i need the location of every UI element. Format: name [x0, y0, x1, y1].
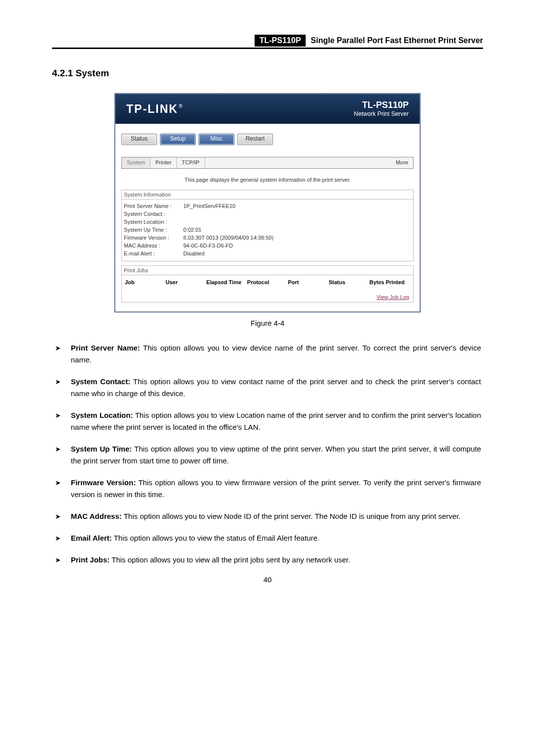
info-label: MAC Address :: [124, 242, 183, 250]
col-protocol: Protocol: [247, 279, 288, 285]
header-model: TL-PS110P: [255, 35, 306, 47]
bullet-body: This option allows you to view Node ID o…: [122, 512, 461, 520]
info-label: System Contact :: [124, 210, 183, 218]
system-info-title: System Information: [122, 190, 413, 200]
print-jobs-box: Print Jobs Job User Elapsed Time Protoco…: [121, 265, 414, 302]
bullet-head: MAC Address:: [71, 512, 122, 520]
bullet-head: System Contact:: [71, 377, 130, 386]
tab-setup[interactable]: Setup: [160, 134, 196, 145]
col-port: Port: [288, 279, 328, 285]
bullet-head: System Location:: [71, 411, 133, 419]
print-jobs-title: Print Jobs: [122, 266, 413, 275]
info-value: 94-0C-6D-F3-D6-FD: [183, 242, 411, 250]
system-info-box: System Information Print Server Name :1P…: [121, 190, 414, 261]
info-value: [183, 218, 411, 226]
sub-tab-bar: System Printer TCP/IP More: [121, 157, 414, 169]
bullet-item: System Location: This option allows you …: [54, 409, 481, 433]
info-value: Disabled: [183, 250, 411, 258]
bullet-head: Firmware Version:: [71, 478, 136, 487]
bullet-head: Email Alert:: [71, 534, 112, 542]
brand-registered-icon: ®: [179, 103, 182, 109]
system-info-row: System Location :: [124, 218, 411, 226]
bullet-head: Print Server Name:: [71, 344, 140, 352]
bullet-item: Print Server Name: This option allows yo…: [54, 342, 481, 366]
bullet-item: System Contact: This option allows you t…: [54, 376, 481, 400]
brand-text: TP-LINK: [126, 102, 178, 116]
bullet-head: System Up Time:: [71, 445, 132, 453]
figure-model: TL-PS110P: [354, 101, 409, 110]
col-job: Job: [125, 279, 165, 285]
system-info-content: Print Server Name :1P_PrintServFFEE10Sys…: [122, 200, 413, 261]
figure-header-right: TL-PS110P Network Print Server: [354, 101, 409, 117]
col-status: Status: [328, 279, 369, 285]
col-bytes: Bytes Printed: [370, 279, 410, 285]
header-title: Single Parallel Port Fast Ethernet Print…: [311, 36, 483, 45]
figure-header: TP-LINK® TL-PS110P Network Print Server: [115, 94, 420, 124]
info-value: 1P_PrintServFFEE10: [183, 202, 411, 210]
print-jobs-header-row: Job User Elapsed Time Protocol Port Stat…: [125, 279, 410, 285]
bullet-body: This option allows you to view contact n…: [71, 377, 481, 398]
subtab-system[interactable]: System: [122, 157, 151, 168]
col-user: User: [165, 279, 206, 285]
bullet-body: This option allows you to view all the p…: [109, 555, 350, 564]
info-label: System Location :: [124, 218, 183, 226]
figure-caption: Figure 4-4: [52, 319, 483, 327]
subtab-printer[interactable]: Printer: [151, 157, 177, 168]
info-label: Firmware Version :: [124, 234, 183, 242]
subtab-tcpip[interactable]: TCP/IP: [177, 157, 205, 168]
bullet-head: Print Jobs:: [71, 555, 109, 564]
main-tab-bar: Status Setup Misc Restart: [121, 134, 414, 145]
system-info-row: E-mail Alert :Disabled: [124, 250, 411, 258]
system-info-row: Firmware Version :8.03.30T 0013 (2009/04…: [124, 234, 411, 242]
bullet-list: Print Server Name: This option allows yo…: [52, 342, 483, 566]
document-header: TL-PS110P Single Parallel Port Fast Ethe…: [52, 35, 483, 49]
system-info-row: System Up Time :0:02:01: [124, 226, 411, 234]
tab-restart[interactable]: Restart: [237, 134, 273, 145]
bullet-item: MAC Address: This option allows you to v…: [54, 510, 481, 522]
tab-misc[interactable]: Misc: [199, 134, 234, 145]
section-heading: 4.2.1 System: [52, 68, 483, 79]
view-job-log-link[interactable]: View Job Log: [125, 294, 409, 300]
info-value: 0:02:01: [183, 226, 411, 234]
info-label: Print Server Name :: [124, 202, 183, 210]
info-label: E-mail Alert :: [124, 250, 183, 258]
bullet-item: System Up Time: This option allows you t…: [54, 443, 481, 467]
info-value: [183, 210, 411, 218]
system-info-row: Print Server Name :1P_PrintServFFEE10: [124, 202, 411, 210]
figure-description: This page displays the general system in…: [121, 177, 414, 183]
bullet-body: This option allows you to view the statu…: [112, 534, 320, 542]
system-info-row: MAC Address :94-0C-6D-F3-D6-FD: [124, 242, 411, 250]
page-number: 40: [0, 575, 535, 584]
bullet-item: Email Alert: This option allows you to v…: [54, 532, 481, 544]
bullet-body: This option allows you to view Location …: [71, 411, 481, 431]
figure-screenshot: TP-LINK® TL-PS110P Network Print Server …: [115, 94, 420, 312]
bullet-body: This option allows you to view uptime of…: [71, 445, 481, 465]
info-value: 8.03.30T 0013 (2009/04/09 14:38:50): [183, 234, 411, 242]
col-elapsed: Elapsed Time: [207, 279, 247, 285]
info-label: System Up Time :: [124, 226, 183, 234]
brand-logo: TP-LINK®: [126, 102, 182, 116]
tab-status[interactable]: Status: [121, 134, 157, 145]
bullet-item: Firmware Version: This option allows you…: [54, 477, 481, 501]
subtab-more[interactable]: More: [391, 157, 413, 168]
system-info-row: System Contact :: [124, 210, 411, 218]
figure-subtitle: Network Print Server: [354, 110, 409, 117]
bullet-item: Print Jobs: This option allows you to vi…: [54, 554, 481, 566]
